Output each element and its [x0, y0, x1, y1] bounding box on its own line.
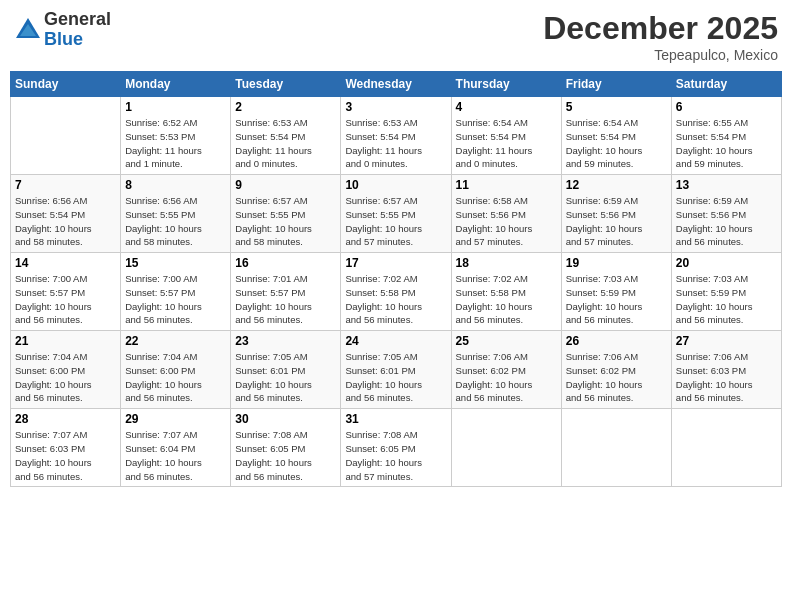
day-number: 17: [345, 256, 446, 270]
day-number: 4: [456, 100, 557, 114]
weekday-header-monday: Monday: [121, 72, 231, 97]
logo-icon: [14, 16, 42, 44]
day-number: 13: [676, 178, 777, 192]
week-row-1: 1Sunrise: 6:52 AMSunset: 5:53 PMDaylight…: [11, 97, 782, 175]
calendar-cell: 22Sunrise: 7:04 AMSunset: 6:00 PMDayligh…: [121, 331, 231, 409]
calendar-cell: [561, 409, 671, 487]
day-number: 26: [566, 334, 667, 348]
calendar-cell: 12Sunrise: 6:59 AMSunset: 5:56 PMDayligh…: [561, 175, 671, 253]
logo: General Blue: [14, 10, 111, 50]
calendar-cell: 13Sunrise: 6:59 AMSunset: 5:56 PMDayligh…: [671, 175, 781, 253]
day-number: 31: [345, 412, 446, 426]
calendar-cell: 7Sunrise: 6:56 AMSunset: 5:54 PMDaylight…: [11, 175, 121, 253]
day-number: 12: [566, 178, 667, 192]
day-info: Sunrise: 6:55 AMSunset: 5:54 PMDaylight:…: [676, 116, 777, 171]
day-number: 16: [235, 256, 336, 270]
day-number: 8: [125, 178, 226, 192]
day-number: 15: [125, 256, 226, 270]
day-number: 3: [345, 100, 446, 114]
week-row-4: 21Sunrise: 7:04 AMSunset: 6:00 PMDayligh…: [11, 331, 782, 409]
calendar-cell: 2Sunrise: 6:53 AMSunset: 5:54 PMDaylight…: [231, 97, 341, 175]
day-number: 10: [345, 178, 446, 192]
logo-general-text: General: [44, 9, 111, 29]
day-info: Sunrise: 6:53 AMSunset: 5:54 PMDaylight:…: [345, 116, 446, 171]
day-number: 21: [15, 334, 116, 348]
location-text: Tepeapulco, Mexico: [543, 47, 778, 63]
day-info: Sunrise: 7:02 AMSunset: 5:58 PMDaylight:…: [345, 272, 446, 327]
calendar-table: SundayMondayTuesdayWednesdayThursdayFrid…: [10, 71, 782, 487]
day-info: Sunrise: 7:02 AMSunset: 5:58 PMDaylight:…: [456, 272, 557, 327]
weekday-header-wednesday: Wednesday: [341, 72, 451, 97]
calendar-cell: 18Sunrise: 7:02 AMSunset: 5:58 PMDayligh…: [451, 253, 561, 331]
calendar-cell: 14Sunrise: 7:00 AMSunset: 5:57 PMDayligh…: [11, 253, 121, 331]
day-info: Sunrise: 7:01 AMSunset: 5:57 PMDaylight:…: [235, 272, 336, 327]
day-info: Sunrise: 6:58 AMSunset: 5:56 PMDaylight:…: [456, 194, 557, 249]
day-info: Sunrise: 7:08 AMSunset: 6:05 PMDaylight:…: [235, 428, 336, 483]
day-info: Sunrise: 6:54 AMSunset: 5:54 PMDaylight:…: [456, 116, 557, 171]
day-info: Sunrise: 7:03 AMSunset: 5:59 PMDaylight:…: [566, 272, 667, 327]
day-number: 7: [15, 178, 116, 192]
calendar-cell: 16Sunrise: 7:01 AMSunset: 5:57 PMDayligh…: [231, 253, 341, 331]
day-info: Sunrise: 7:00 AMSunset: 5:57 PMDaylight:…: [15, 272, 116, 327]
weekday-header-friday: Friday: [561, 72, 671, 97]
day-number: 27: [676, 334, 777, 348]
calendar-cell: 28Sunrise: 7:07 AMSunset: 6:03 PMDayligh…: [11, 409, 121, 487]
day-info: Sunrise: 7:00 AMSunset: 5:57 PMDaylight:…: [125, 272, 226, 327]
day-info: Sunrise: 7:06 AMSunset: 6:02 PMDaylight:…: [566, 350, 667, 405]
week-row-3: 14Sunrise: 7:00 AMSunset: 5:57 PMDayligh…: [11, 253, 782, 331]
week-row-2: 7Sunrise: 6:56 AMSunset: 5:54 PMDaylight…: [11, 175, 782, 253]
calendar-cell: 19Sunrise: 7:03 AMSunset: 5:59 PMDayligh…: [561, 253, 671, 331]
day-info: Sunrise: 6:56 AMSunset: 5:54 PMDaylight:…: [15, 194, 116, 249]
calendar-cell: 26Sunrise: 7:06 AMSunset: 6:02 PMDayligh…: [561, 331, 671, 409]
day-number: 6: [676, 100, 777, 114]
day-info: Sunrise: 7:06 AMSunset: 6:02 PMDaylight:…: [456, 350, 557, 405]
day-info: Sunrise: 7:08 AMSunset: 6:05 PMDaylight:…: [345, 428, 446, 483]
day-info: Sunrise: 6:59 AMSunset: 5:56 PMDaylight:…: [566, 194, 667, 249]
day-info: Sunrise: 6:57 AMSunset: 5:55 PMDaylight:…: [345, 194, 446, 249]
day-number: 30: [235, 412, 336, 426]
day-info: Sunrise: 7:05 AMSunset: 6:01 PMDaylight:…: [345, 350, 446, 405]
calendar-cell: 4Sunrise: 6:54 AMSunset: 5:54 PMDaylight…: [451, 97, 561, 175]
title-block: December 2025 Tepeapulco, Mexico: [543, 10, 778, 63]
day-number: 22: [125, 334, 226, 348]
day-info: Sunrise: 6:52 AMSunset: 5:53 PMDaylight:…: [125, 116, 226, 171]
calendar-cell: 3Sunrise: 6:53 AMSunset: 5:54 PMDaylight…: [341, 97, 451, 175]
day-info: Sunrise: 6:56 AMSunset: 5:55 PMDaylight:…: [125, 194, 226, 249]
day-number: 2: [235, 100, 336, 114]
calendar-cell: 8Sunrise: 6:56 AMSunset: 5:55 PMDaylight…: [121, 175, 231, 253]
day-number: 14: [15, 256, 116, 270]
weekday-header-sunday: Sunday: [11, 72, 121, 97]
week-row-5: 28Sunrise: 7:07 AMSunset: 6:03 PMDayligh…: [11, 409, 782, 487]
calendar-cell: 6Sunrise: 6:55 AMSunset: 5:54 PMDaylight…: [671, 97, 781, 175]
day-number: 24: [345, 334, 446, 348]
day-info: Sunrise: 6:54 AMSunset: 5:54 PMDaylight:…: [566, 116, 667, 171]
calendar-cell: 11Sunrise: 6:58 AMSunset: 5:56 PMDayligh…: [451, 175, 561, 253]
calendar-cell: [671, 409, 781, 487]
calendar-cell: 15Sunrise: 7:00 AMSunset: 5:57 PMDayligh…: [121, 253, 231, 331]
calendar-cell: 17Sunrise: 7:02 AMSunset: 5:58 PMDayligh…: [341, 253, 451, 331]
day-number: 25: [456, 334, 557, 348]
day-info: Sunrise: 6:59 AMSunset: 5:56 PMDaylight:…: [676, 194, 777, 249]
calendar-cell: 9Sunrise: 6:57 AMSunset: 5:55 PMDaylight…: [231, 175, 341, 253]
day-number: 28: [15, 412, 116, 426]
day-number: 9: [235, 178, 336, 192]
day-info: Sunrise: 7:04 AMSunset: 6:00 PMDaylight:…: [125, 350, 226, 405]
day-info: Sunrise: 7:03 AMSunset: 5:59 PMDaylight:…: [676, 272, 777, 327]
calendar-cell: [451, 409, 561, 487]
calendar-cell: 31Sunrise: 7:08 AMSunset: 6:05 PMDayligh…: [341, 409, 451, 487]
calendar-cell: 5Sunrise: 6:54 AMSunset: 5:54 PMDaylight…: [561, 97, 671, 175]
day-number: 23: [235, 334, 336, 348]
calendar-cell: 30Sunrise: 7:08 AMSunset: 6:05 PMDayligh…: [231, 409, 341, 487]
weekday-header-tuesday: Tuesday: [231, 72, 341, 97]
day-info: Sunrise: 7:04 AMSunset: 6:00 PMDaylight:…: [15, 350, 116, 405]
calendar-cell: 21Sunrise: 7:04 AMSunset: 6:00 PMDayligh…: [11, 331, 121, 409]
calendar-cell: 20Sunrise: 7:03 AMSunset: 5:59 PMDayligh…: [671, 253, 781, 331]
calendar-cell: [11, 97, 121, 175]
calendar-cell: 23Sunrise: 7:05 AMSunset: 6:01 PMDayligh…: [231, 331, 341, 409]
page-header: General Blue December 2025 Tepeapulco, M…: [10, 10, 782, 63]
calendar-cell: 29Sunrise: 7:07 AMSunset: 6:04 PMDayligh…: [121, 409, 231, 487]
day-number: 1: [125, 100, 226, 114]
day-number: 11: [456, 178, 557, 192]
day-number: 18: [456, 256, 557, 270]
calendar-cell: 1Sunrise: 6:52 AMSunset: 5:53 PMDaylight…: [121, 97, 231, 175]
